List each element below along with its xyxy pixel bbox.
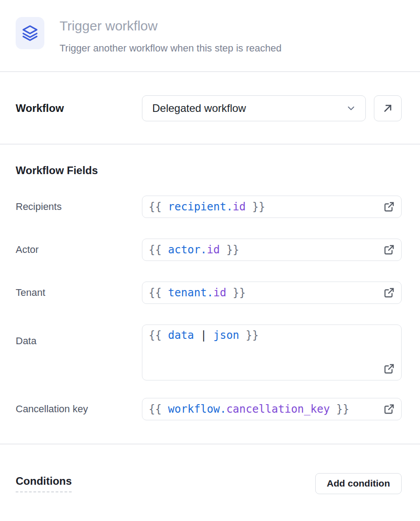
liquid-template-value: {{ data | json }} (149, 329, 259, 342)
liquid-segment: recipient. (168, 201, 233, 213)
external-link-icon[interactable] (379, 403, 395, 415)
liquid-segment: id (207, 243, 220, 256)
field-label: Cancellation key (16, 403, 142, 415)
liquid-segment: {{ (149, 403, 168, 415)
liquid-segment: }} (246, 201, 265, 213)
liquid-segment: {{ (149, 329, 168, 342)
workflow-select[interactable]: Delegated workflow (142, 95, 366, 121)
field-label: Recipients (16, 201, 142, 213)
external-link-icon[interactable] (383, 363, 395, 375)
liquid-template-value: {{ tenant.id }} (149, 286, 246, 299)
liquid-template-input[interactable]: {{ recipient.id }} (142, 196, 402, 218)
external-link-icon[interactable] (379, 287, 395, 299)
conditions-heading-label[interactable]: Conditions (16, 475, 72, 492)
liquid-segment (207, 329, 213, 342)
workflow-controls: Delegated workflow (142, 95, 402, 121)
external-link-icon[interactable] (379, 201, 395, 213)
liquid-template-input[interactable]: {{ actor.id }} (142, 239, 402, 261)
step-subtitle: Trigger another workflow when this step … (60, 42, 282, 55)
liquid-template-input[interactable]: {{ data | json }} (142, 325, 402, 380)
liquid-template-value: {{ actor.id }} (149, 243, 239, 256)
divider (0, 71, 420, 72)
layers-icon (16, 17, 44, 49)
liquid-segment: {{ (149, 201, 168, 213)
liquid-segment: {{ (149, 286, 168, 299)
conditions-heading: Conditions (16, 475, 72, 492)
trigger-workflow-panel: Trigger workflow Trigger another workflo… (0, 0, 420, 521)
external-link-icon[interactable] (379, 244, 395, 256)
workflow-field-row: Tenant {{ tenant.id }} (16, 282, 402, 304)
divider (0, 444, 420, 444)
liquid-template-input[interactable]: {{ workflow.cancellation_key }} (142, 398, 402, 420)
liquid-segment: tenant. (168, 286, 213, 299)
liquid-template-input[interactable]: {{ tenant.id }} (142, 282, 402, 304)
workflow-field-row: Recipients {{ recipient.id }} (16, 196, 402, 218)
add-condition-button[interactable]: Add condition (315, 473, 402, 494)
liquid-segment: }} (239, 329, 258, 342)
liquid-segment: id (214, 286, 227, 299)
workflow-label: Workflow (16, 102, 64, 115)
workflow-fields-heading: Workflow Fields (16, 164, 402, 177)
liquid-segment: data (168, 329, 194, 342)
divider (0, 144, 420, 145)
liquid-segment: | (201, 329, 207, 342)
chevron-down-icon (346, 103, 356, 114)
workflow-fields-section: Workflow Fields Recipients {{ recipient.… (0, 164, 420, 420)
workflow-fields-list: Recipients {{ recipient.id }} Actor {{ a… (16, 196, 402, 420)
liquid-segment: actor. (168, 243, 207, 256)
liquid-segment (194, 329, 200, 342)
liquid-segment: json (214, 329, 240, 342)
liquid-segment: workflow. (168, 403, 226, 415)
step-title[interactable]: Trigger workflow (60, 18, 282, 34)
step-header: Trigger workflow Trigger another workflo… (0, 0, 420, 55)
liquid-segment: }} (330, 403, 349, 415)
open-workflow-button[interactable] (374, 95, 402, 121)
liquid-template-value: {{ workflow.cancellation_key }} (149, 403, 349, 415)
workflow-field-row: Cancellation key {{ workflow.cancellatio… (16, 398, 402, 420)
workflow-field-row: Data {{ data | json }} (16, 325, 402, 380)
arrow-up-right-icon (382, 102, 394, 114)
liquid-segment: }} (220, 243, 239, 256)
field-label: Tenant (16, 287, 142, 299)
conditions-section: Conditions Add condition (0, 473, 420, 494)
liquid-segment: cancellation_key (226, 403, 330, 415)
workflow-field-row: Actor {{ actor.id }} (16, 239, 402, 261)
field-label: Data (16, 325, 142, 347)
workflow-select-value: Delegated workflow (152, 102, 246, 115)
liquid-segment: id (233, 201, 246, 213)
liquid-template-value: {{ recipient.id }} (149, 201, 265, 213)
workflow-select-row: Workflow Delegated workflow (0, 95, 420, 121)
liquid-segment: {{ (149, 243, 168, 256)
field-label: Actor (16, 244, 142, 256)
liquid-segment: }} (226, 286, 245, 299)
